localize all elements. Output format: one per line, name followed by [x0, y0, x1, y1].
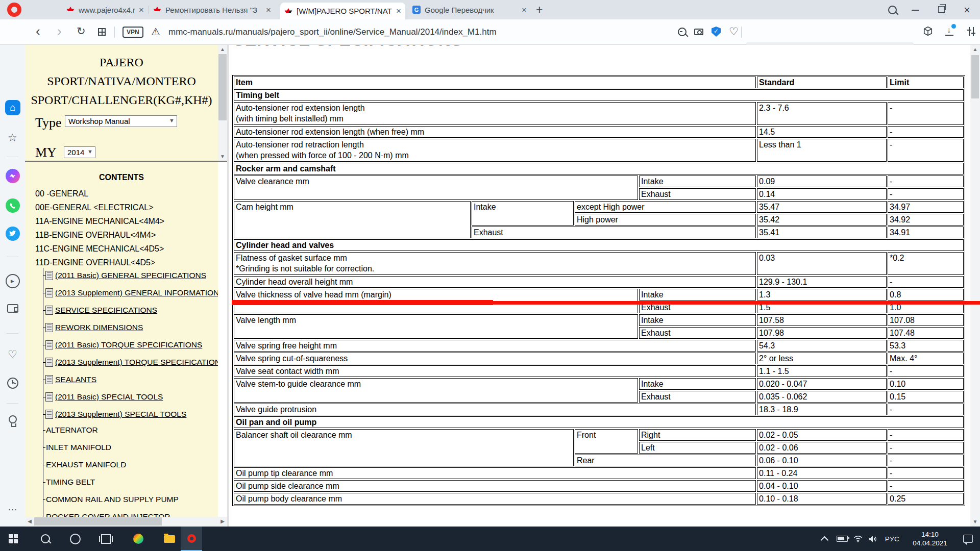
bookmarks-star-icon[interactable]: ☆ [0, 132, 25, 144]
content-scrollbar[interactable]: ▲ ▼ [970, 45, 980, 527]
table-row: Cylinder head overall height mm129.9 - 1… [234, 276, 964, 288]
tab-pajero-manual-active[interactable]: [W/M]PAJERO SPORT/NATI × [280, 3, 405, 19]
zoom-out-icon[interactable] [678, 28, 687, 36]
start-button[interactable] [2, 527, 24, 551]
scroll-up-icon[interactable]: ▲ [970, 45, 980, 54]
url-text[interactable]: mmc-manuals.ru/manuals/pajero_sport_ii/o… [168, 27, 497, 37]
contents-link[interactable]: SEALANTS [43, 371, 218, 388]
task-view-icon[interactable] [95, 527, 116, 551]
adblock-shield-icon[interactable]: ✓ [712, 27, 721, 37]
wifi-icon[interactable] [849, 527, 867, 551]
tray-expand-chevron-icon[interactable] [817, 527, 834, 551]
wallet-icon[interactable] [0, 304, 25, 313]
table-cell: Exhaust [639, 391, 756, 403]
contents-item[interactable]: ROCKER COVER AND INJECTOR [43, 508, 179, 517]
scroll-right-icon[interactable]: ▶ [218, 517, 227, 526]
tab-close-icon[interactable]: × [139, 6, 144, 14]
taskbar-clock[interactable]: 14:10 04.04.2021 [904, 527, 955, 551]
contents-link[interactable]: (2013 Supplement) TORQUE SPECIFICATIONS [43, 354, 218, 371]
scrollbar-thumb[interactable] [971, 55, 979, 98]
twitter-icon[interactable] [0, 227, 25, 241]
table-cell: Valve stem-to guide clearance mm [234, 378, 638, 403]
home-icon[interactable]: ⌂ [5, 100, 20, 115]
table-row: Valve length mmIntake107.58107.08 [234, 314, 964, 326]
forward-button[interactable]: › [57, 23, 62, 39]
contents-item[interactable]: EXHAUST MANIFOLD [43, 456, 179, 473]
back-button[interactable]: ‹ [36, 23, 40, 39]
header-frame-scrollbar[interactable]: ▲ ▼ [218, 45, 227, 161]
scrollbar-thumb[interactable] [218, 54, 227, 120]
model-year-select[interactable]: 2014▼ [64, 146, 95, 158]
messenger-icon[interactable] [0, 169, 25, 183]
contents-section[interactable]: 11A-ENGINE MECHANICAL<4M4> [35, 214, 164, 228]
contents-section[interactable]: 11B-ENGINE OVERHAUL<4M4> [35, 228, 164, 242]
whatsapp-icon[interactable] [0, 198, 25, 213]
window-restore-icon[interactable] [938, 6, 945, 13]
contents-item[interactable]: ALTERNATOR [43, 421, 179, 439]
pinned-app-icon[interactable] [128, 527, 149, 551]
history-clock-icon[interactable] [0, 378, 25, 389]
contents-item[interactable]: COMMON RAIL AND SUPPLY PUMP [43, 491, 179, 508]
bookmark-heart-icon[interactable]: ♡ [729, 26, 739, 38]
tab-close-icon[interactable]: × [522, 6, 527, 14]
contents-link[interactable]: REWORK DIMENSIONS [43, 319, 218, 336]
vpn-badge[interactable]: VPN [122, 27, 143, 38]
contents-link[interactable]: (2011 Basic) SPECIAL TOOLS [43, 388, 218, 406]
player-icon[interactable]: ▶ [0, 274, 25, 288]
extension-cube-icon[interactable] [923, 26, 933, 38]
contents-sections: 00 -GENERAL00E-GENERAL <ELECTRICAL>11A-E… [35, 187, 164, 269]
contents-link-label: REWORK DIMENSIONS [55, 323, 143, 332]
tab-remontirovat[interactable]: Ремонтировать Нельзя "З × [149, 0, 275, 19]
speed-dial-icon[interactable] [98, 28, 106, 36]
scroll-up-icon[interactable]: ▲ [218, 45, 227, 54]
type-select[interactable]: Workshop Manual▼ [65, 115, 177, 127]
cortana-icon[interactable] [64, 527, 86, 551]
contents-section[interactable]: 11C-ENGINE MECHANICAL<4D5> [35, 242, 164, 256]
table-cell: - [888, 276, 964, 288]
contents-section[interactable]: 00 -GENERAL [35, 187, 164, 201]
contents-link[interactable]: (2013 Supplement) SPECIAL TOOLS [43, 406, 218, 423]
battery-icon[interactable] [834, 527, 850, 551]
volume-icon[interactable] [865, 527, 882, 551]
not-secure-warning-icon[interactable]: ⚠ [151, 26, 160, 38]
downloads-icon[interactable]: ↓ [945, 27, 953, 36]
contents-frame-hscrollbar[interactable]: ◀ ▶ [25, 517, 227, 526]
settings-tune-icon[interactable] [967, 27, 976, 36]
scroll-left-icon[interactable]: ◀ [25, 517, 34, 526]
tab-pajero4x4[interactable]: www.pajero4x4.ru - Новые × [62, 0, 148, 19]
file-explorer-icon[interactable] [159, 527, 180, 551]
tips-lightbulb-icon[interactable] [0, 415, 25, 423]
table-row: Timing belt [234, 89, 964, 101]
opera-logo[interactable] [7, 3, 21, 17]
contents-section[interactable]: 00E-GENERAL <ELECTRICAL> [35, 201, 164, 214]
snapshot-icon[interactable] [694, 29, 703, 35]
contents-link[interactable]: (2011 Basic) GENERAL SPECIFICATIONS [43, 267, 218, 284]
table-row: Valve seat contact width mm1.1 - 1.5- [234, 365, 964, 377]
scroll-down-icon[interactable]: ▼ [970, 517, 980, 527]
new-tab-button[interactable]: + [536, 3, 543, 17]
window-minimize-icon[interactable] [912, 10, 919, 11]
scroll-down-icon[interactable]: ▼ [218, 152, 227, 161]
taskbar-search-icon[interactable] [35, 527, 56, 551]
tab-close-icon[interactable]: × [266, 6, 271, 14]
contents-link[interactable]: (2011 Basic) TORQUE SPECIFICATIONS [43, 336, 218, 354]
contents-link[interactable]: SERVICE SPECIFICATIONS [43, 302, 218, 319]
scrollbar-thumb[interactable] [34, 517, 162, 525]
contents-link-label: (2013 Supplement) SPECIAL TOOLS [55, 410, 186, 419]
language-indicator[interactable]: РУС [881, 527, 903, 551]
reload-button[interactable]: ↻ [77, 23, 86, 39]
contents-item[interactable]: INLET MANIFOLD [43, 439, 179, 456]
sidebar-more-icon[interactable]: ⋯ [0, 504, 25, 515]
contents-link[interactable]: (2013 Supplement) GENERAL INFORMATION [43, 284, 218, 302]
tab-google-translate[interactable]: G Google Переводчик × [408, 0, 531, 19]
opera-taskbar-icon[interactable] [181, 527, 202, 551]
divider [7, 157, 18, 157]
window-close-icon[interactable]: × [964, 4, 970, 17]
favorites-heart-icon[interactable]: ♡ [0, 348, 25, 361]
table-header-row: Item Standard Limit [234, 77, 964, 88]
table-cell: Intake [639, 176, 756, 187]
search-tabs-icon[interactable] [888, 6, 897, 14]
action-center-icon[interactable] [959, 527, 977, 551]
contents-item[interactable]: TIMING BELT [43, 473, 179, 491]
tab-close-icon[interactable]: × [396, 7, 401, 15]
